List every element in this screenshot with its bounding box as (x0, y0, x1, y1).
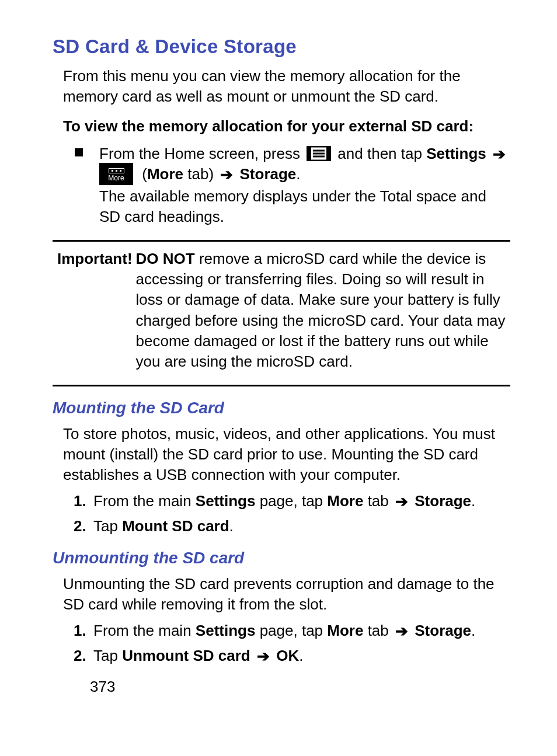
more-tab-open: ( (142, 165, 147, 183)
list-item: 2. Tap Mount SD card. (74, 516, 510, 536)
more-icon-label: More (108, 175, 124, 182)
more-word: More (147, 165, 183, 183)
arrow-icon: ➔ (220, 165, 233, 185)
mount-sd-label: Mount SD card (122, 517, 229, 535)
list-item: 1. From the main Settings page, tap More… (74, 621, 510, 641)
step-pre: From the Home screen, press (99, 145, 304, 162)
section-heading: SD Card & Device Storage (53, 34, 510, 60)
square-bullet-icon (75, 148, 83, 156)
more-label: More (327, 492, 363, 510)
step-number: 2. (74, 646, 93, 666)
important-label: Important! (57, 249, 133, 372)
settings-label: Settings (196, 622, 256, 639)
step-number: 1. (74, 491, 93, 511)
more-tab-close: tab) (183, 165, 218, 183)
storage-label: Storage (415, 492, 471, 510)
period: . (296, 165, 300, 183)
mounting-paragraph: To store photos, music, videos, and othe… (63, 424, 510, 485)
step-post: The available memory displays under the … (99, 187, 486, 225)
important-text: remove a microSD card while the device i… (136, 250, 506, 370)
unmount-steps: 1. From the main Settings page, tap More… (74, 621, 510, 666)
menu-key-icon (307, 146, 331, 161)
divider (53, 385, 510, 386)
t: Tap (93, 647, 122, 664)
manual-page: SD Card & Device Storage From this menu … (0, 0, 557, 756)
t: . (299, 647, 303, 664)
t: . (471, 622, 475, 639)
step-number: 1. (74, 621, 93, 641)
t: tab (363, 622, 393, 639)
t: Tap (93, 517, 122, 535)
ok-label: OK (276, 647, 299, 664)
t: page, tap (255, 492, 327, 510)
unmount-sd-label: Unmount SD card (122, 647, 250, 664)
do-not: DO NOT (136, 250, 195, 267)
t: . (229, 517, 234, 535)
storage-label: Storage (240, 165, 297, 183)
page-number: 373 (90, 677, 510, 697)
task-subheading: To view the memory allocation for your e… (63, 116, 510, 137)
step-text: Tap Mount SD card. (93, 516, 510, 536)
unmounting-paragraph: Unmounting the SD card prevents corrupti… (63, 574, 510, 615)
divider (53, 240, 510, 242)
arrow-icon: ➔ (257, 646, 270, 667)
list-item: 1. From the main Settings page, tap More… (74, 491, 510, 511)
list-item: 2. Tap Unmount SD card ➔ OK. (74, 646, 510, 666)
arrow-icon: ➔ (395, 621, 408, 642)
mount-steps: 1. From the main Settings page, tap More… (74, 491, 510, 536)
step-text: From the main Settings page, tap More ta… (93, 621, 510, 641)
arrow-icon: ➔ (395, 492, 408, 512)
bulleted-step: From the Home screen, press and then tap… (75, 144, 510, 227)
t: tab (363, 492, 393, 510)
storage-label: Storage (415, 622, 471, 639)
step-number: 2. (74, 516, 93, 536)
settings-label: Settings (196, 492, 256, 510)
step-after-menu: and then tap (337, 145, 426, 162)
settings-label: Settings (426, 145, 486, 162)
t: From the main (93, 492, 196, 510)
step-text: From the main Settings page, tap More ta… (93, 491, 510, 511)
svg-rect-1 (307, 147, 311, 161)
important-note: Important! DO NOT remove a microSD card … (57, 249, 510, 372)
mounting-heading: Mounting the SD Card (53, 397, 510, 419)
important-body: DO NOT remove a microSD card while the d… (136, 249, 510, 372)
t: From the main (93, 622, 196, 639)
arrow-icon: ➔ (493, 144, 506, 165)
t: . (471, 492, 475, 510)
t (250, 647, 255, 664)
step-text: From the Home screen, press and then tap… (99, 144, 510, 227)
intro-paragraph: From this menu you can view the memory a… (63, 66, 510, 107)
more-label: More (327, 622, 363, 639)
t: page, tap (255, 622, 327, 639)
svg-rect-2 (326, 147, 330, 161)
more-tab-icon: More (99, 163, 133, 185)
unmounting-heading: Unmounting the SD card (53, 547, 510, 569)
step-text: Tap Unmount SD card ➔ OK. (93, 646, 510, 666)
